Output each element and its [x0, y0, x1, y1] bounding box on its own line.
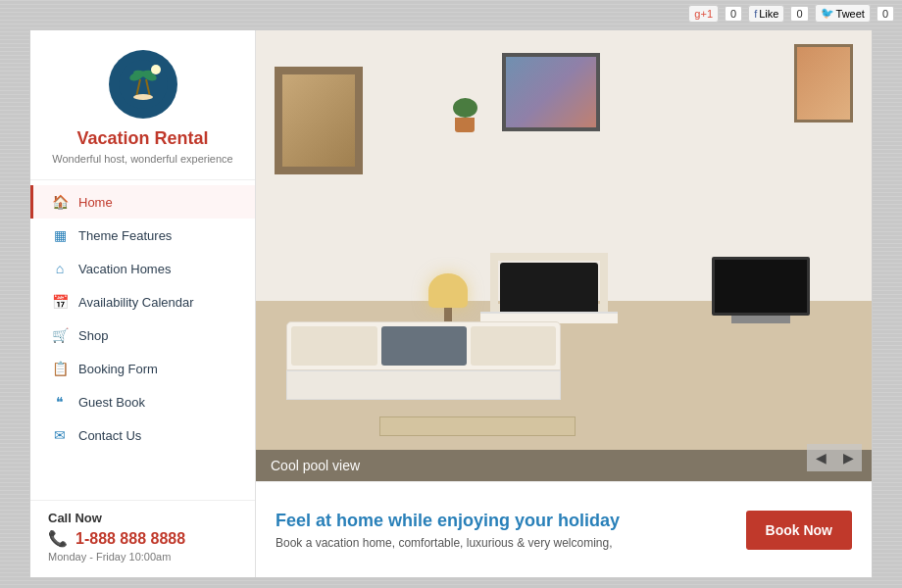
hero-navigation: ◀ ▶ — [807, 444, 862, 471]
call-number: 1-888 888 8888 — [75, 530, 185, 548]
calendar-icon: 📅 — [51, 294, 69, 310]
main-container: Vacation Rental Wonderful host, wonderfu… — [29, 29, 873, 578]
sidebar-item-booking-form[interactable]: 📋 Booking Form — [30, 352, 255, 385]
nav-menu: 🏠 Home ▦ Theme Features ⌂ Vacation Homes… — [30, 180, 255, 500]
gplus-icon: g+1 — [694, 8, 713, 20]
bottom-heading: Feel at home while enjoying your holiday — [276, 511, 746, 531]
brand-subtitle: Wonderful host, wonderful experience — [52, 153, 232, 165]
nav-label-home: Home — [78, 195, 113, 210]
sofa-back — [286, 321, 561, 370]
plant — [453, 98, 477, 132]
gplus-count: 0 — [725, 6, 742, 22]
plant-leaves — [453, 98, 477, 118]
facebook-icon: f — [754, 8, 757, 20]
nav-label-theme-features: Theme Features — [78, 228, 172, 243]
cushion-1 — [291, 326, 376, 366]
page-background: g+1 0 f Like 0 🐦 Tweet 0 — [0, 0, 902, 588]
svg-point-0 — [119, 60, 168, 109]
hero-prev-button[interactable]: ◀ — [807, 444, 834, 471]
room-scene — [256, 30, 872, 481]
bottom-description: Book a vacation home, comfortable, luxur… — [276, 536, 746, 550]
logo-icon — [119, 60, 168, 109]
fireplace — [490, 245, 608, 323]
brand-title: Vacation Rental — [76, 128, 208, 149]
twitter-button[interactable]: 🐦 Tweet — [815, 4, 871, 23]
contact-icon: ✉ — [51, 427, 69, 443]
coffee-table — [379, 416, 576, 436]
social-bar: g+1 0 f Like 0 🐦 Tweet 0 — [680, 0, 902, 26]
tv-base — [731, 316, 790, 323]
call-label: Call Now — [48, 511, 237, 525]
sidebar-item-availability-calendar[interactable]: 📅 Availability Calendar — [30, 285, 255, 318]
logo — [109, 50, 177, 119]
lamp-shade — [428, 273, 468, 308]
nav-label-shop: Shop — [78, 328, 108, 343]
sofa-seat — [286, 370, 561, 400]
wall-art-mirror — [275, 67, 363, 174]
plant-pot — [455, 118, 475, 132]
hero-area: Cool pool view ◀ ▶ — [256, 30, 872, 481]
wall-art-painting — [502, 53, 600, 131]
cushion-2 — [381, 326, 467, 366]
main-content: Cool pool view ◀ ▶ Feel at home while en… — [256, 30, 872, 577]
sidebar-item-vacation-homes[interactable]: ⌂ Vacation Homes — [30, 252, 255, 285]
guestbook-icon: ❝ — [51, 394, 69, 410]
twitter-icon: 🐦 — [821, 7, 834, 20]
content-row: Vacation Rental Wonderful host, wonderfu… — [30, 30, 872, 577]
sidebar-item-shop[interactable]: 🛒 Shop — [30, 318, 255, 352]
bottom-text-area: Feel at home while enjoying your holiday… — [276, 511, 746, 550]
tw-count: 0 — [877, 6, 894, 22]
home-icon: 🏠 — [51, 194, 69, 210]
brand-area: Vacation Rental Wonderful host, wonderfu… — [30, 30, 255, 180]
sofa-cushions — [291, 326, 556, 366]
hero-next-button[interactable]: ▶ — [834, 444, 862, 471]
sidebar: Vacation Rental Wonderful host, wonderfu… — [30, 30, 256, 577]
call-section: Call Now 📞 1-888 888 8888 Monday - Frida… — [30, 500, 255, 567]
fb-label: Like — [759, 8, 778, 20]
sidebar-item-theme-features[interactable]: ▦ Theme Features — [30, 219, 255, 252]
nav-label-contact: Contact Us — [78, 428, 141, 443]
nav-label-vacation-homes: Vacation Homes — [78, 262, 171, 276]
gplus-button[interactable]: g+1 — [688, 5, 719, 23]
call-number-row: 📞 1-888 888 8888 — [48, 529, 237, 548]
shop-icon: 🛒 — [51, 327, 69, 343]
nav-label-guestbook: Guest Book — [78, 395, 145, 410]
facebook-button[interactable]: f Like — [748, 5, 784, 23]
theme-icon: ▦ — [51, 227, 69, 243]
hero-caption: Cool pool view — [256, 450, 872, 481]
nav-label-booking: Booking Form — [78, 362, 158, 376]
sidebar-item-guest-book[interactable]: ❝ Guest Book — [30, 385, 255, 418]
hero-caption-text: Cool pool view — [271, 458, 360, 473]
booking-icon: 📋 — [51, 361, 69, 376]
svg-point-7 — [133, 94, 153, 100]
sidebar-item-home[interactable]: 🏠 Home — [30, 185, 255, 219]
nav-label-availability: Availability Calendar — [78, 295, 194, 310]
tw-label: Tweet — [836, 8, 865, 20]
sofa — [286, 321, 561, 400]
cushion-3 — [471, 326, 556, 366]
call-hours: Monday - Friday 10:00am — [48, 551, 237, 563]
vacation-icon: ⌂ — [51, 261, 69, 276]
tv-stand — [712, 257, 810, 323]
tv-screen — [712, 257, 810, 316]
book-now-button[interactable]: Book Now — [746, 511, 852, 550]
phone-icon: 📞 — [48, 529, 68, 548]
fb-count: 0 — [790, 6, 808, 22]
sidebar-item-contact-us[interactable]: ✉ Contact Us — [30, 418, 255, 452]
bottom-content: Feel at home while enjoying your holiday… — [256, 481, 872, 577]
svg-point-8 — [151, 65, 161, 74]
wall-art-right — [794, 44, 853, 122]
fireplace-opening — [500, 263, 598, 312]
